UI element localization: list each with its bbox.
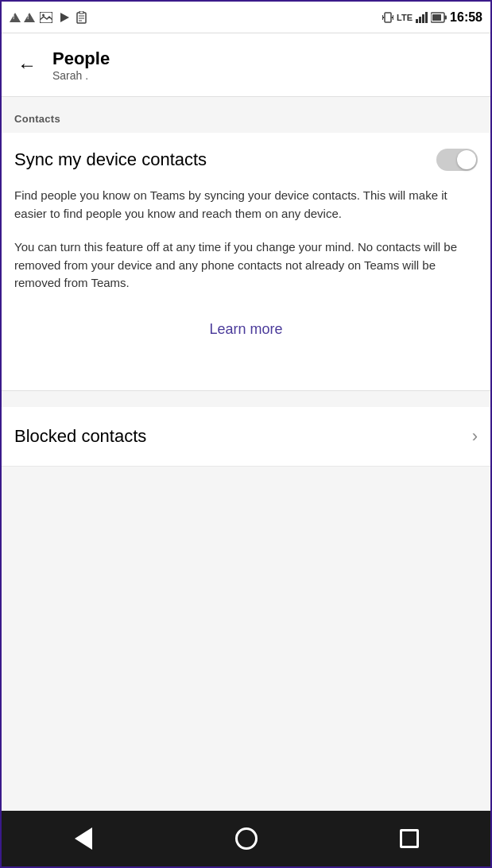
svg-rect-4 (79, 11, 83, 14)
home-nav-icon (235, 827, 258, 850)
warning-icon-2 (24, 13, 35, 22)
learn-more-link[interactable]: Learn more (14, 308, 478, 351)
svg-rect-15 (444, 15, 447, 19)
status-bar: LTE 16:58 (2, 2, 490, 33)
recents-nav-icon (400, 829, 419, 848)
main-content: Contacts Sync my device contacts Find pe… (2, 97, 490, 811)
home-nav-button[interactable] (223, 819, 270, 858)
recents-nav-button[interactable] (385, 819, 433, 858)
page-title: People (52, 48, 110, 69)
vibrate-icon (382, 11, 393, 24)
blocked-contacts-item[interactable]: Blocked contacts › (2, 407, 490, 467)
header-text: People Sarah . (52, 48, 110, 82)
lte-icon: LTE (397, 13, 413, 22)
status-time: 16:58 (450, 10, 482, 25)
svg-rect-8 (385, 13, 391, 22)
app-bar: ← People Sarah . (2, 33, 490, 97)
back-nav-button[interactable] (60, 819, 107, 858)
clipboard-icon (76, 11, 87, 24)
divider (2, 390, 490, 391)
svg-rect-14 (432, 14, 441, 21)
blocked-contacts-label: Blocked contacts (14, 426, 146, 447)
sync-toggle-label: Sync my device contacts (14, 149, 207, 170)
sync-description-2: You can turn this feature off at any tim… (14, 238, 478, 293)
back-button[interactable]: ← (14, 51, 40, 79)
battery-icon (431, 12, 447, 23)
status-icons-left (10, 11, 88, 24)
svg-marker-2 (60, 13, 69, 22)
back-nav-icon (75, 827, 92, 850)
status-icons-right: LTE 16:58 (382, 10, 482, 25)
signal-icon (416, 12, 428, 23)
account-subtitle: Sarah . (52, 69, 110, 82)
svg-point-1 (42, 14, 45, 16)
chevron-right-icon: › (472, 426, 478, 447)
sync-toggle-row: Sync my device contacts (14, 149, 478, 171)
play-icon (59, 12, 70, 23)
contacts-section-label: Contacts (2, 97, 490, 133)
image-icon (40, 12, 52, 23)
settings-card: Sync my device contacts Find people you … (2, 133, 490, 390)
sync-toggle-switch[interactable] (436, 149, 478, 171)
warning-icon-1 (10, 13, 21, 22)
nav-bar (2, 811, 490, 866)
sync-description-1: Find people you know on Teams by syncing… (14, 187, 478, 223)
